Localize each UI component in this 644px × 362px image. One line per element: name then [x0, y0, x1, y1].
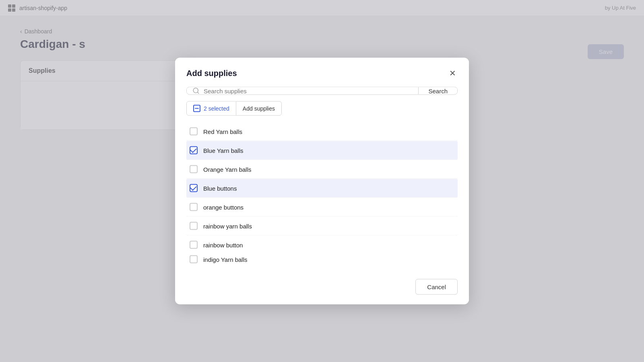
- supply-item[interactable]: Blue Yarn balls: [186, 141, 458, 160]
- supply-name: rainbow button: [203, 241, 243, 248]
- search-icon: [192, 87, 200, 95]
- supply-checkbox-partial: [190, 255, 198, 263]
- modal-footer: Cancel: [175, 273, 469, 304]
- supply-name: rainbow yarn balls: [203, 222, 252, 229]
- supply-checkbox: [190, 146, 198, 154]
- cancel-button[interactable]: Cancel: [415, 279, 458, 295]
- supply-checkbox: [190, 184, 198, 192]
- supply-checkbox: [190, 222, 198, 230]
- supply-checkbox: [190, 165, 198, 173]
- supply-name: Orange Yarn balls: [203, 166, 252, 173]
- supply-checkbox: [190, 241, 198, 249]
- supply-list: Red Yarn ballsBlue Yarn ballsOrange Yarn…: [186, 122, 458, 254]
- supply-item[interactable]: rainbow yarn balls: [186, 217, 458, 236]
- supply-item[interactable]: Blue buttons: [186, 179, 458, 198]
- supply-item[interactable]: Orange Yarn balls: [186, 160, 458, 179]
- supply-name: orange buttons: [203, 204, 244, 210]
- modal-title: Add supplies: [186, 68, 237, 78]
- search-input-wrapper: [187, 87, 418, 95]
- supply-item[interactable]: Red Yarn balls: [186, 122, 458, 141]
- search-bar: Search: [186, 87, 458, 95]
- svg-line-1: [197, 92, 198, 93]
- supply-item[interactable]: rainbow button: [186, 236, 458, 254]
- supply-item-partial: indigo Yarn balls: [186, 254, 458, 265]
- search-button[interactable]: Search: [418, 87, 457, 95]
- modal-body: Search 2 selected Add supplies Red Yarn …: [175, 87, 469, 273]
- supply-item[interactable]: orange buttons: [186, 198, 458, 217]
- supply-name: Blue buttons: [203, 185, 237, 191]
- add-supplies-modal: Add supplies ✕ Search 2 selected Add sup…: [175, 58, 469, 304]
- minus-icon: [193, 105, 200, 112]
- modal-header: Add supplies ✕: [175, 58, 469, 87]
- modal-close-button[interactable]: ✕: [448, 68, 458, 79]
- supply-name: Red Yarn balls: [203, 128, 242, 135]
- supply-name-partial: indigo Yarn balls: [203, 256, 248, 263]
- search-input[interactable]: [204, 87, 413, 94]
- selected-count-label: 2 selected: [204, 105, 229, 112]
- supply-name: Blue Yarn balls: [203, 147, 244, 154]
- add-supplies-bar-button[interactable]: Add supplies: [236, 102, 281, 115]
- selected-count-button[interactable]: 2 selected: [187, 102, 236, 115]
- selection-bar: 2 selected Add supplies: [186, 101, 282, 116]
- supply-checkbox: [190, 128, 198, 136]
- supply-checkbox: [190, 203, 198, 211]
